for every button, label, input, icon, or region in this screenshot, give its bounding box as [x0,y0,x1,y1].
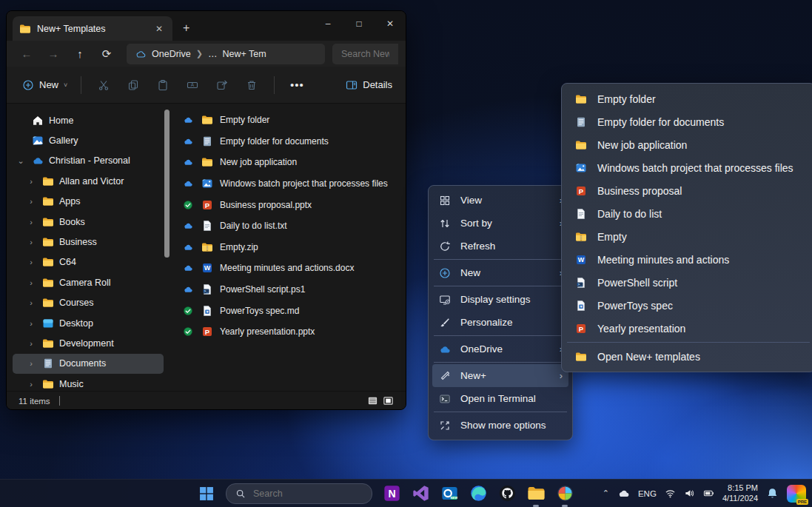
minimize-button[interactable]: – [312,11,343,36]
context-menu-item-sort-by[interactable]: Sort by› [432,212,568,235]
file-row-empty-folder-for-documents[interactable]: Empty folder for documents [171,131,406,152]
sidebar-item-documents[interactable]: ›Documents [13,354,164,374]
start-button[interactable] [197,484,216,503]
edge-taskbar-icon[interactable] [469,484,488,503]
chevron-right-icon[interactable]: › [26,177,36,186]
taskbar-search[interactable] [226,483,372,504]
github-taskbar-icon[interactable] [497,484,517,503]
more-options-icon[interactable]: ••• [282,73,312,98]
context-menu-item-show-more-options[interactable]: Show more options [432,414,568,437]
large-icons-view-icon[interactable] [383,395,394,406]
file-row-business-proposal-pptx[interactable]: PBusiness proposal.pptx [171,194,406,215]
file-row-windows-batch-project-that-processes-files[interactable]: Windows batch project that processes fil… [171,173,406,195]
language-indicator[interactable]: ENG [638,489,657,498]
submenu-item-powershell-script[interactable]: >_PowerShell script [566,271,811,294]
new-tab-button[interactable]: + [183,21,189,35]
search-box[interactable] [332,44,398,64]
submenu-item-yearly-presentation[interactable]: PYearly presentation [566,317,811,340]
taskbar-search-input[interactable] [252,488,363,500]
sidebar-item-books[interactable]: ›Books [13,212,164,232]
submenu-item-empty[interactable]: Empty [566,225,811,248]
delete-icon[interactable] [237,73,266,98]
tab-close-icon[interactable]: ✕ [152,23,167,35]
chevron-right-icon[interactable]: › [26,238,36,246]
file-row-powertoys-spec-md[interactable]: ▼PowerToys spec.md [171,300,406,321]
sidebar-item-apps[interactable]: ›Apps [13,192,164,212]
sidebar-item-desktop[interactable]: ›Desktop [13,313,164,333]
powertoys-taskbar-icon[interactable] [555,484,574,503]
explorer-taskbar-icon[interactable] [526,484,546,503]
chevron-right-icon[interactable]: › [26,278,36,287]
copilot-icon[interactable]: PRE [787,485,806,503]
rename-icon[interactable]: A [178,73,207,98]
submenu-item-powertoys-spec[interactable]: ▼PowerToys spec [566,294,811,317]
breadcrumb-current[interactable]: New+ Tem [223,49,266,59]
file-row-empty-folder[interactable]: Empty folder [171,110,406,131]
chevron-right-icon[interactable]: › [26,298,36,307]
context-menu-item-display-settings[interactable]: Display settings [432,288,568,311]
file-row-empty-zip[interactable]: Empty.zip [171,237,406,258]
breadcrumb-root[interactable]: OneDrive [152,49,191,59]
visualstudio-taskbar-icon[interactable] [411,484,430,503]
context-menu-item-onedrive[interactable]: OneDrive› [432,338,568,360]
share-icon[interactable] [207,73,237,98]
sidebar-item-gallery[interactable]: Gallery [13,130,164,150]
submenu-item-empty-folder-for-documents[interactable]: Empty folder for documents [566,110,811,133]
chevron-right-icon[interactable]: › [26,218,36,226]
file-row-yearly-presentation-pptx[interactable]: PYearly presentation.pptx [171,321,406,343]
sidebar-scrollbar[interactable] [164,110,170,258]
submenu-item-empty-folder[interactable]: Empty folder [566,87,811,110]
context-menu-item-new[interactable]: New› [432,261,568,284]
sidebar-item-c64[interactable]: ›C64 [13,252,164,272]
context-menu-item-new[interactable]: New+› [432,364,568,387]
sidebar-item-business[interactable]: ›Business [13,232,164,252]
maximize-button[interactable]: □ [343,11,375,36]
file-row-powershell-script-ps1[interactable]: >_PowerShell script.ps1 [171,279,406,300]
sidebar-item-courses[interactable]: ›Courses [13,293,164,313]
chevron-right-icon[interactable]: › [26,380,36,389]
submenu-item-open-new-templates[interactable]: Open New+ templates [566,345,811,368]
chevron-right-icon[interactable]: › [26,319,36,328]
context-menu-item-refresh[interactable]: Refresh [432,235,568,258]
chevron-right-icon[interactable]: › [26,197,36,206]
search-input[interactable] [340,48,391,60]
sidebar-item-development[interactable]: ›Development [13,333,164,353]
sidebar-item-music[interactable]: ›Music [13,374,164,394]
chevron-right-icon[interactable]: › [26,339,36,348]
breadcrumb-ellipsis[interactable]: … [208,49,218,59]
onenote-taskbar-icon[interactable]: N [382,484,401,503]
sidebar-item-camera-roll[interactable]: ›Camera Roll [13,272,164,292]
submenu-item-meeting-minutes-and-actions[interactable]: WMeeting minutes and actions [566,248,811,271]
submenu-item-business-proposal[interactable]: PBusiness proposal [566,179,811,202]
sidebar-item-home[interactable]: Home [13,110,164,130]
back-icon[interactable]: ← [14,44,39,64]
breadcrumb[interactable]: OneDrive ❯ … New+ Tem [127,44,325,64]
details-view-icon[interactable] [367,395,378,406]
context-menu-item-personalize[interactable]: Personalize [432,311,568,334]
submenu-item-windows-batch-project-that-processes-files[interactable]: Windows batch project that processes fil… [566,156,811,179]
chevron-right-icon[interactable]: › [26,258,36,266]
outlook-taskbar-icon[interactable]: NEW [440,484,459,503]
chevron-down-icon[interactable]: ⌄ [16,156,26,166]
refresh-icon[interactable]: ⟳ [94,44,119,64]
up-icon[interactable]: ↑ [67,44,93,64]
cut-icon[interactable] [89,73,118,98]
file-row-new-job-application[interactable]: New job application [171,152,406,173]
context-menu-item-open-in-terminal[interactable]: Open in Terminal [432,387,568,410]
details-button[interactable]: Details [340,78,397,91]
copy-icon[interactable] [118,73,148,98]
tab-new-plus-templates[interactable]: New+ Templates ✕ [13,16,172,41]
wifi-icon[interactable] [665,488,676,499]
volume-icon[interactable] [684,488,695,499]
clock[interactable]: 8:15 PM 4/11/2024 [722,483,758,504]
notification-bell-icon[interactable] [766,487,779,500]
new-button[interactable]: New ˅ [16,74,73,95]
file-row-daily-to-do-list-txt[interactable]: Daily to do list.txt [171,215,406,237]
sidebar-item-christian-personal[interactable]: ⌄Christian - Personal [13,151,164,171]
paste-icon[interactable] [148,73,178,98]
submenu-item-daily-to-do-list[interactable]: Daily to do list [566,202,811,225]
forward-icon[interactable]: → [41,44,66,64]
tray-chevron-up-icon[interactable]: ⌃ [603,488,609,498]
context-menu-item-view[interactable]: View› [432,189,568,212]
file-row-meeting-minutes-and-actions-docx[interactable]: WMeeting minutes and actions.docx [171,258,406,279]
